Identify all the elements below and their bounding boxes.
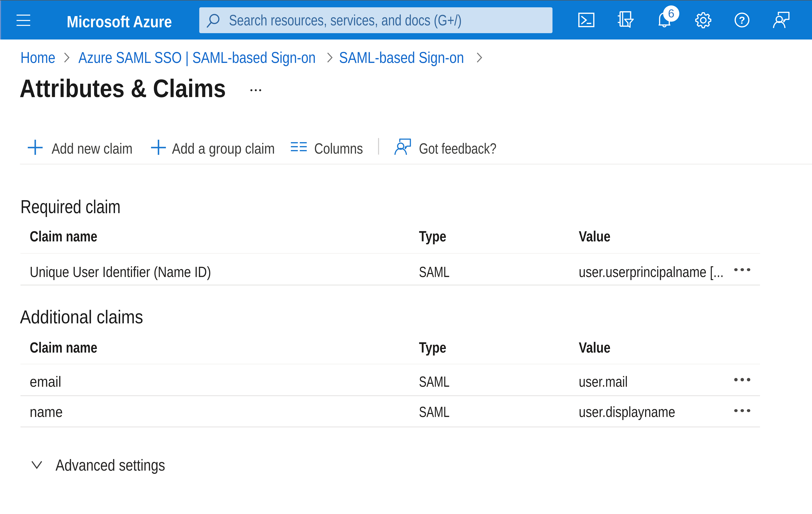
svg-text:6: 6 <box>668 7 674 20</box>
svg-text:?: ? <box>739 15 745 26</box>
